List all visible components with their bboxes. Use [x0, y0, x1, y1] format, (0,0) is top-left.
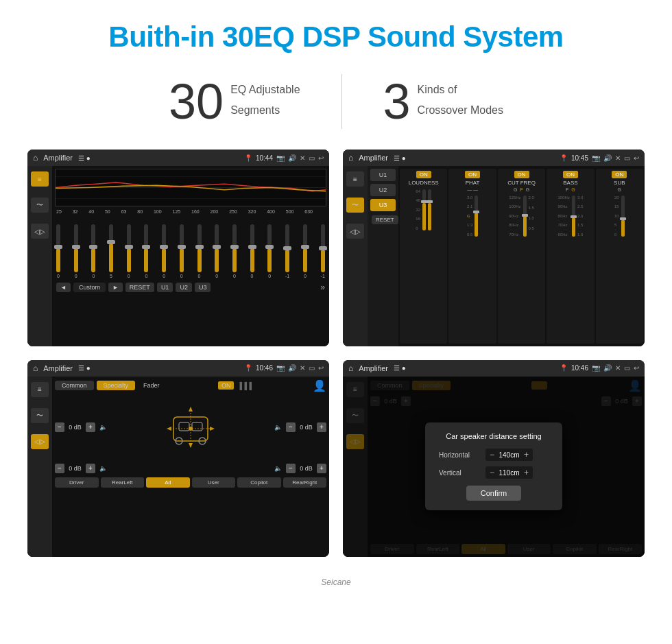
vol-minus-lr[interactable]: − [55, 464, 64, 473]
preset-u1[interactable]: U1 [370, 169, 396, 181]
slider-7[interactable]: 0 [162, 224, 166, 278]
topbar-distance: ⌂ Amplifier ☰ ● 📍 10:46 📷 🔊 ✕ ▭ ↩ [343, 360, 645, 377]
fader-bottom-buttons: Driver RearLeft All User Copilot RearRig… [55, 477, 326, 488]
slider-9[interactable]: 0 [197, 224, 202, 278]
slider-4[interactable]: 5 [109, 224, 113, 278]
band-slider-phat[interactable]: 3.02.1G1.30.5 [450, 193, 494, 238]
prev-btn[interactable]: ◄ [56, 283, 71, 292]
band-on-bass[interactable]: ON [563, 171, 578, 178]
user-btn[interactable]: User [192, 477, 236, 488]
vol-plus-lf[interactable]: + [86, 422, 95, 432]
car-diagram [111, 396, 270, 458]
slider-6[interactable]: 0 [144, 224, 148, 278]
eq-icon-3[interactable]: ≡ [31, 382, 49, 397]
home-icon-3[interactable]: ⌂ [33, 363, 38, 373]
all-btn[interactable]: All [146, 477, 190, 488]
eq-stat: 30 EQ Adjustable Segments [128, 77, 341, 126]
vol-plus-rf[interactable]: + [317, 422, 326, 432]
back-icon[interactable]: ↩ [318, 154, 324, 162]
horizontal-control[interactable]: − 140cm + [485, 449, 533, 461]
fader-on-badge[interactable]: ON [218, 381, 235, 390]
band-slider-bass[interactable]: 100Hz90Hz80Hz70Hz60Hz 3.02.52.01.51.0 [548, 193, 592, 238]
home-icon[interactable]: ⌂ [33, 153, 38, 163]
slider-2[interactable]: 0 [74, 224, 78, 278]
back-icon-2[interactable]: ↩ [634, 154, 639, 162]
window-icon: ▭ [309, 154, 315, 162]
horizontal-minus[interactable]: − [490, 450, 494, 460]
back-icon-4[interactable]: ↩ [634, 364, 639, 372]
driver-btn[interactable]: Driver [55, 477, 99, 488]
band-on-cutfreq[interactable]: ON [514, 171, 529, 178]
slider-15[interactable]: 0 [303, 224, 307, 278]
band-on-phat[interactable]: ON [465, 171, 480, 178]
play-btn[interactable]: ► [108, 283, 123, 292]
slider-10[interactable]: 0 [215, 224, 219, 278]
vol-plus-lr[interactable]: + [86, 464, 95, 473]
horizontal-label: Horizontal [439, 451, 480, 459]
eq-icon-2[interactable]: ≡ [346, 171, 364, 187]
vertical-plus[interactable]: + [524, 468, 529, 477]
vol-icon-2[interactable]: ◁▷ [346, 224, 364, 239]
fader-main: Common Specialty Fader ON ▌▌▌ 👤 − 0 dB +… [52, 377, 329, 557]
vol-icon[interactable]: ◁▷ [31, 224, 49, 239]
horizontal-plus[interactable]: + [524, 450, 529, 460]
tab-common[interactable]: Common [55, 381, 94, 390]
u1-btn[interactable]: U1 [157, 283, 173, 292]
slider-8[interactable]: 0 [180, 224, 184, 278]
slider-3[interactable]: 0 [91, 224, 95, 278]
band-slider-loudness[interactable]: 644832160 [401, 187, 446, 232]
wave-icon[interactable]: 〜 [31, 198, 49, 213]
screen-crossover: ⌂ Amplifier ☰ ● 📍 10:45 📷 🔊 ✕ ▭ ↩ ≡ 〜 ◁▷… [343, 150, 645, 346]
reset-btn[interactable]: RESET [125, 283, 154, 292]
wave-icon-3[interactable]: 〜 [31, 408, 49, 423]
slider-12[interactable]: 0 [250, 224, 254, 278]
vertical-control[interactable]: − 110cm + [485, 466, 533, 479]
band-on-sub[interactable]: ON [612, 171, 627, 178]
vol-icon-3[interactable]: ◁▷ [31, 434, 49, 449]
slider-5[interactable]: 0 [127, 224, 131, 278]
home-icon-4[interactable]: ⌂ [348, 363, 353, 373]
home-icon-2[interactable]: ⌂ [348, 153, 353, 163]
expand-icon[interactable]: » [320, 283, 325, 292]
menu-icon-2: ☰ ● [394, 154, 406, 162]
title-eq: Amplifier [43, 154, 73, 162]
fader-bars-icon: ▌▌▌ [239, 382, 254, 390]
eq-curve-svg [56, 169, 326, 206]
band-phat: ON PHAT — — 3.02.1G1.30.5 [448, 169, 496, 344]
vol-minus-lf[interactable]: − [55, 422, 64, 432]
u3-btn[interactable]: U3 [195, 283, 211, 292]
u2-btn[interactable]: U2 [176, 283, 192, 292]
eq-icon[interactable]: ≡ [31, 171, 49, 187]
vol-minus-rr[interactable]: − [286, 464, 296, 473]
vol-controls-rear: − 0 dB + 🔈 🔈 − 0 dB + [55, 462, 326, 475]
rearleft-btn[interactable]: RearLeft [101, 477, 145, 488]
slider-11[interactable]: 0 [232, 224, 237, 278]
vol-minus-rf[interactable]: − [286, 422, 296, 432]
slider-1[interactable]: 0 [56, 224, 60, 278]
back-icon-3[interactable]: ↩ [318, 364, 324, 372]
slider-13[interactable]: 0 [267, 224, 272, 278]
crossover-reset-btn[interactable]: RESET [372, 215, 398, 224]
eq-sliders: 0 0 0 5 0 0 0 0 0 0 0 0 0 -1 0 -1 [55, 217, 326, 278]
eq-content: ≡ 〜 ◁▷ [27, 166, 329, 346]
slider-16[interactable]: -1 [321, 224, 325, 278]
copilot-btn[interactable]: Copilot [237, 477, 281, 488]
wave-icon-2[interactable]: 〜 [346, 198, 364, 213]
preset-u3[interactable]: U3 [370, 199, 396, 211]
rearright-btn[interactable]: RearRight [283, 477, 327, 488]
vol-controls: − 0 dB + 🔈 [55, 395, 326, 460]
band-slider-cutfreq[interactable]: 125Hz100Hz90Hz80Hz70Hz 2.01.51.00.5 [499, 193, 544, 238]
preset-u2[interactable]: U2 [370, 184, 396, 196]
band-name-cutfreq: CUT FREQ [507, 180, 536, 186]
confirm-button[interactable]: Confirm [466, 486, 521, 501]
crossover-content: ≡ 〜 ◁▷ U1 U2 U3 RESET ON LOUDNESS 644832… [343, 166, 645, 346]
vertical-minus[interactable]: − [490, 468, 494, 477]
band-on-loudness[interactable]: ON [416, 171, 431, 178]
window-icon-2: ▭ [624, 154, 630, 162]
vol-plus-rr[interactable]: + [317, 464, 326, 473]
crossover-stat: 3 Kinds of Crossover Modes [342, 77, 544, 126]
slider-14[interactable]: -1 [285, 224, 289, 278]
tab-specialty[interactable]: Specialty [97, 381, 136, 390]
band-slider-sub[interactable]: 20151050 [597, 193, 642, 238]
vol-left-front: − 0 dB + [55, 422, 95, 432]
